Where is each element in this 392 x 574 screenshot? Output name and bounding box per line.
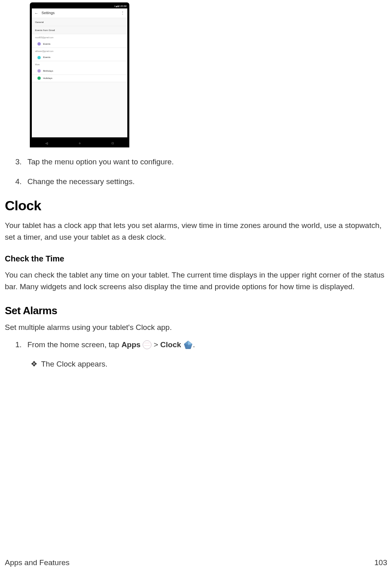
app-bar-title: Settings bbox=[41, 10, 117, 16]
back-icon[interactable]: ← bbox=[34, 10, 38, 16]
heading-set-alarms: Set Alarms bbox=[5, 303, 387, 319]
heading-clock: Clock bbox=[5, 195, 387, 216]
instruction-steps: 3. Tap the menu option you want to confi… bbox=[5, 156, 387, 187]
list-item-events-2[interactable]: Events bbox=[32, 54, 127, 61]
step-text: Tap the menu option you want to configur… bbox=[27, 156, 387, 168]
color-dot-icon bbox=[37, 56, 41, 59]
text-segment: From the home screen, tap bbox=[27, 340, 121, 349]
list-item-birthdays[interactable]: Birthdays bbox=[32, 68, 127, 75]
list-item-events-1[interactable]: Events bbox=[32, 41, 127, 48]
apps-icon bbox=[143, 340, 151, 349]
alarms-intro: Set multiple alarms using your tablet's … bbox=[5, 322, 387, 334]
more-icon[interactable]: ⋮ bbox=[120, 10, 125, 17]
sub-step-text: The Clock appears. bbox=[41, 358, 108, 370]
list-item-label: Birthdays bbox=[43, 69, 53, 73]
account-1-label: mos905@gmail.com bbox=[32, 34, 127, 41]
nav-home-icon[interactable]: ○ bbox=[79, 141, 81, 146]
alarm-sub-step: ❖ The Clock appears. bbox=[29, 358, 387, 370]
page-footer: Apps and Features 103 bbox=[5, 557, 387, 569]
color-dot-icon bbox=[37, 42, 41, 46]
android-nav-bar: ◁ ○ □ bbox=[30, 139, 129, 147]
alarm-step-1: 1. From the home screen, tap Apps > Cloc… bbox=[15, 339, 387, 351]
color-dot-icon bbox=[37, 77, 41, 80]
list-item-label: Holidays bbox=[43, 77, 52, 80]
gt-separator: > bbox=[151, 340, 160, 349]
footer-section: Apps and Features bbox=[5, 557, 70, 569]
footer-page-number: 103 bbox=[374, 557, 387, 569]
check-time-body: You can check the tablet any time on you… bbox=[5, 269, 387, 292]
heading-check-time: Check the Time bbox=[5, 253, 387, 265]
color-dot-icon bbox=[37, 69, 41, 73]
step-4: 4. Change the necessary settings. bbox=[15, 176, 387, 188]
list-item-label: Events bbox=[43, 56, 50, 59]
apps-label: Apps bbox=[121, 340, 141, 349]
clock-icon bbox=[183, 340, 193, 350]
step-number: 4. bbox=[15, 176, 27, 188]
section-events-gmail[interactable]: Events from Gmail bbox=[32, 26, 127, 34]
clock-label: Clock bbox=[160, 340, 181, 349]
app-bar: ← Settings ⋮ bbox=[32, 8, 127, 18]
nav-back-icon[interactable]: ◁ bbox=[46, 141, 48, 146]
diamond-bullet-icon: ❖ bbox=[29, 358, 41, 370]
status-time: 1:44 AM bbox=[119, 5, 127, 8]
list-item-holidays[interactable]: Holidays bbox=[32, 75, 127, 82]
list-item-label: Events bbox=[43, 42, 50, 46]
step-3: 3. Tap the menu option you want to confi… bbox=[15, 156, 387, 168]
account-2-label: althaver@gmail.com bbox=[32, 48, 127, 54]
step-number: 3. bbox=[15, 156, 27, 168]
status-bar: ▾◢ ▮ 1:44 AM bbox=[32, 4, 127, 8]
battery-icon: ▮ bbox=[118, 5, 119, 8]
section-general[interactable]: General bbox=[32, 18, 127, 26]
tablet-screen: ▾◢ ▮ 1:44 AM ← Settings ⋮ General Events… bbox=[32, 4, 127, 137]
step-text: Change the necessary settings. bbox=[27, 176, 387, 188]
section-more: More bbox=[32, 61, 127, 68]
step-number: 1. bbox=[15, 339, 27, 351]
period: . bbox=[193, 340, 195, 349]
step-text: From the home screen, tap Apps > Clock . bbox=[27, 339, 387, 351]
clock-intro: Your tablet has a clock app that lets yo… bbox=[5, 220, 387, 243]
tablet-screenshot: ▾◢ ▮ 1:44 AM ← Settings ⋮ General Events… bbox=[30, 2, 129, 147]
signal-icon: ▾◢ bbox=[114, 5, 117, 8]
nav-recent-icon[interactable]: □ bbox=[112, 141, 114, 146]
